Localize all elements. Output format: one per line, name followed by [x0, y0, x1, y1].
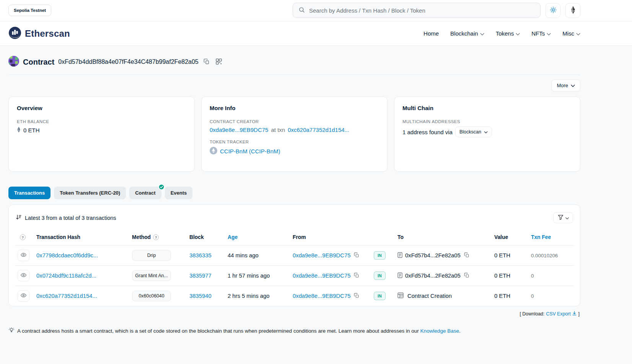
chevron-down-icon [576, 30, 580, 37]
col-txn-fee-sort[interactable]: Txn Fee [531, 234, 574, 240]
txn-hash-link[interactable]: 0xc620a77352d1d154... [36, 293, 97, 299]
page-title: Contract [23, 58, 54, 67]
help-icon[interactable] [153, 234, 159, 240]
copy-icon [354, 252, 359, 259]
block-link[interactable]: 3836335 [189, 252, 212, 258]
description-period: . [459, 328, 461, 334]
verified-check-icon [158, 184, 165, 191]
copy-to-button[interactable] [463, 272, 470, 280]
direction-badge: IN [374, 271, 386, 280]
etherscan-logo[interactable]: Etherscan [8, 26, 70, 41]
method-pill: Drip [132, 250, 171, 261]
contract-file-icon [397, 252, 402, 259]
copy-icon [204, 58, 210, 66]
eth-balance-label: ETH BALANCE [17, 119, 186, 124]
token-logo-icon [210, 147, 217, 156]
contract-file-icon [397, 272, 402, 280]
contract-creator-label: CONTRACT CREATOR [210, 119, 379, 124]
download-suffix: ] [578, 311, 580, 317]
token-tracker-label: TOKEN TRACKER [210, 140, 379, 144]
from-address-link[interactable]: 0xda9e8e...9EB9DC75 [293, 273, 350, 279]
description-text: A contract address hosts a smart contrac… [17, 328, 419, 334]
qr-code-button[interactable] [215, 57, 223, 67]
fee-cell: 0 [531, 293, 574, 299]
filter-button[interactable] [553, 212, 573, 223]
value-cell: 0 ETH [494, 252, 531, 258]
primary-nav: Home Blockchain Tokens NFTs Misc [424, 30, 580, 37]
token-tracker-link[interactable]: CCIP-BnM (CCIP-BnM) [220, 148, 280, 154]
copy-from-button[interactable] [353, 292, 360, 300]
tab-contract[interactable]: Contract [129, 187, 161, 199]
more-info-card-title: More Info [210, 105, 379, 111]
download-row: [ Download: CSV Export ] [9, 311, 580, 317]
sun-icon [550, 6, 557, 15]
chevron-down-icon [480, 30, 484, 37]
multichain-found-text: 1 address found via [402, 129, 453, 135]
eth-balance-value: 0 ETH [23, 127, 40, 133]
network-switch-button[interactable] [565, 3, 580, 18]
nav-item-tokens[interactable]: Tokens [496, 30, 520, 37]
knowledge-base-link[interactable]: Knowledge Base [420, 328, 459, 334]
value-cell: 0 ETH [494, 293, 531, 299]
overview-card-title: Overview [17, 105, 186, 111]
sort-icon [16, 214, 22, 221]
age-cell: 1 hr 57 mins ago [228, 273, 293, 279]
transactions-summary: Latest 3 from a total of 3 transactions [25, 215, 116, 221]
creation-txn-link[interactable]: 0xc620a77352d1d154... [288, 127, 349, 133]
help-icon[interactable] [20, 234, 26, 240]
preview-txn-button[interactable] [18, 290, 29, 302]
csv-export-link[interactable]: CSV Export [546, 311, 577, 317]
creator-address-link[interactable]: 0xda9e8e...9EB9DC75 [210, 127, 268, 133]
tab-transactions[interactable]: Transactions [8, 187, 50, 199]
block-link[interactable]: 3835977 [189, 273, 212, 279]
multichain-addresses-label: MULTICHAIN ADDRESSES [402, 119, 572, 124]
col-method: Method [132, 234, 189, 240]
preview-txn-button[interactable] [18, 270, 29, 281]
brand-name: Etherscan [25, 28, 70, 39]
at-txn-text: at txn [271, 127, 285, 133]
tab-events[interactable]: Events [165, 187, 193, 199]
network-badge[interactable]: Sepolia Testnet [8, 5, 51, 16]
nav-item-blockchain[interactable]: Blockchain [450, 30, 484, 37]
col-age-sort[interactable]: Age [228, 234, 293, 240]
txn-hash-link[interactable]: 0x0724bdf9c118afc2d... [36, 273, 96, 279]
etherscan-logo-icon [8, 26, 21, 41]
copy-address-button[interactable] [202, 57, 211, 67]
col-to: To [397, 234, 494, 240]
tab-token-transfers[interactable]: Token Transfers (ERC-20) [54, 187, 126, 199]
copy-from-button[interactable] [353, 252, 360, 260]
top-utility-bar: Sepolia Testnet [0, 0, 632, 21]
copy-from-button[interactable] [353, 272, 360, 280]
contract-creation-icon [397, 292, 404, 299]
copy-to-button[interactable] [463, 252, 470, 260]
chevron-down-icon [484, 129, 488, 135]
preview-txn-button[interactable] [18, 250, 29, 261]
to-contract-creation: Contract Creation [407, 293, 452, 299]
info-cards: Overview ETH BALANCE 0 ETH More Info CON… [8, 96, 580, 172]
contract-description: A contract address hosts a smart contrac… [8, 327, 580, 335]
nav-item-home[interactable]: Home [424, 30, 439, 37]
nav-item-nfts[interactable]: NFTs [531, 30, 551, 37]
nav-item-misc[interactable]: Misc [562, 30, 580, 37]
search-bar [293, 3, 541, 18]
chevron-down-icon [571, 83, 575, 88]
block-link[interactable]: 3835940 [189, 293, 212, 299]
copy-icon [464, 252, 469, 259]
search-input[interactable] [308, 7, 535, 14]
contract-address: 0xFd57b4ddBf88a4e07fF4e34C487b99af2Fe82a… [58, 58, 199, 65]
from-address-link[interactable]: 0xda9e8e...9EB9DC75 [293, 293, 350, 299]
download-icon [572, 311, 577, 317]
chevron-down-icon [565, 215, 569, 221]
qr-code-icon [216, 58, 222, 66]
eye-icon [21, 272, 26, 279]
copy-icon [354, 273, 359, 279]
funnel-icon [558, 214, 564, 221]
from-address-link[interactable]: 0xda9e8e...9EB9DC75 [293, 252, 350, 258]
col-value: Value [494, 234, 531, 240]
more-dropdown-button[interactable]: More [551, 80, 580, 91]
txn-hash-link[interactable]: 0x7798dcdaec0f6dd9c... [36, 252, 98, 258]
direction-badge: IN [374, 251, 386, 260]
multichain-provider-dropdown[interactable]: Blockscan [455, 127, 492, 137]
theme-toggle-button[interactable] [546, 3, 560, 18]
copy-icon [354, 293, 359, 299]
